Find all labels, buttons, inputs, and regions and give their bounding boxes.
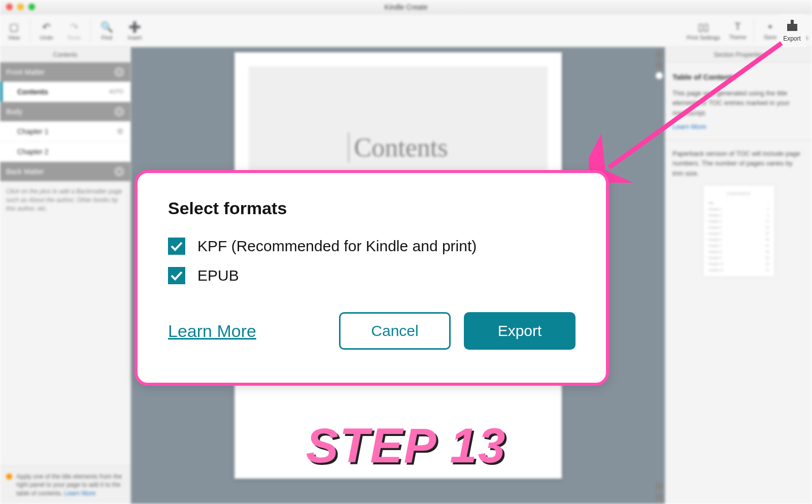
properties-panel: Section Properties Table of Contents Thi… bbox=[665, 47, 812, 504]
app-title: Kindle Create bbox=[385, 3, 428, 11]
redo-button[interactable]: ↷Redo bbox=[60, 14, 88, 47]
toc-thumbnail: CONTENTS TitleiChapter 11Chapter 25Chapt… bbox=[703, 185, 774, 277]
print-settings-button[interactable]: ▯▯Print Settings bbox=[683, 14, 724, 47]
sidebar-tip: Apply one of the title elements from the… bbox=[0, 466, 130, 504]
toc-title: Table of Contents bbox=[672, 72, 805, 83]
export-button[interactable]: Export bbox=[778, 14, 806, 47]
back-matter-section[interactable]: Back Matter+ bbox=[0, 162, 130, 181]
minimize-window-icon[interactable] bbox=[17, 4, 24, 10]
format-label-epub: EPUB bbox=[197, 267, 239, 284]
titlebar: Kindle Create bbox=[0, 0, 812, 14]
properties-header: Section Properties bbox=[665, 47, 812, 62]
undo-icon: ↶ bbox=[42, 21, 51, 33]
view-option-icon[interactable] bbox=[655, 50, 663, 58]
sidebar-item-chapter2[interactable]: Chapter 2 bbox=[0, 142, 130, 162]
redo-icon: ↷ bbox=[70, 21, 79, 33]
book-open-icon: ▯▯ bbox=[698, 21, 709, 33]
insert-button[interactable]: ➕Insert bbox=[121, 14, 149, 47]
svg-rect-1 bbox=[791, 20, 794, 25]
theme-button[interactable]: TTheme bbox=[724, 14, 752, 47]
toc-note: Paperback version of TOC will include pa… bbox=[672, 149, 805, 179]
search-icon: 🔍 bbox=[100, 21, 113, 33]
find-button[interactable]: 🔍Find bbox=[93, 14, 121, 47]
plus-icon[interactable]: + bbox=[114, 67, 124, 77]
close-window-icon[interactable] bbox=[6, 4, 13, 10]
toolbar: ▢View ↶Undo ↷Redo 🔍Find ➕Insert ▯▯Print … bbox=[0, 14, 812, 47]
plus-circle-icon: ➕ bbox=[128, 21, 141, 33]
dialog-learn-more-link[interactable]: Learn More bbox=[168, 321, 256, 341]
checkbox-kpf[interactable] bbox=[168, 238, 185, 255]
contents-panel-header: Contents bbox=[0, 47, 130, 62]
dialog-title: Select formats bbox=[168, 198, 576, 218]
view-option-icon[interactable] bbox=[655, 72, 663, 80]
warning-dot-icon bbox=[6, 474, 12, 480]
format-option-kpf[interactable]: KPF (Recommended for Kindle and print) bbox=[168, 238, 576, 255]
toc-learn-more-link[interactable]: Learn More bbox=[672, 122, 706, 132]
format-option-epub[interactable]: EPUB bbox=[168, 267, 576, 284]
plus-icon[interactable]: + bbox=[114, 107, 124, 117]
tip-learn-more-link[interactable]: Learn More bbox=[64, 490, 95, 497]
cancel-button[interactable]: Cancel bbox=[339, 312, 451, 350]
sidebar-item-contents[interactable]: ContentsAUTO bbox=[0, 82, 130, 102]
svg-rect-0 bbox=[787, 24, 797, 31]
export-icon bbox=[786, 20, 798, 33]
export-confirm-button[interactable]: Export bbox=[464, 312, 576, 350]
view-bottom-icon[interactable] bbox=[655, 493, 663, 501]
export-dialog: Select formats KPF (Recommended for Kind… bbox=[134, 170, 609, 386]
view-button[interactable]: ▢View bbox=[0, 14, 28, 47]
view-toggle-strip[interactable] bbox=[654, 47, 665, 80]
maximize-window-icon[interactable] bbox=[28, 4, 35, 10]
contents-panel: Contents Front Matter+ ContentsAUTO Body… bbox=[0, 47, 131, 504]
page-title: Contents bbox=[348, 132, 448, 162]
checkbox-epub[interactable] bbox=[168, 267, 185, 284]
view-bottom-icon[interactable] bbox=[655, 482, 663, 490]
format-label-kpf: KPF (Recommended for Kindle and print) bbox=[197, 238, 477, 255]
view-icon: ▢ bbox=[9, 21, 19, 33]
save-icon: ▪ bbox=[768, 21, 772, 32]
view-option-icon[interactable] bbox=[655, 61, 663, 69]
front-matter-section[interactable]: Front Matter+ bbox=[0, 62, 130, 82]
step-label: STEP 13 bbox=[306, 418, 506, 474]
toc-description: This page was generated using the title … bbox=[672, 88, 805, 118]
theme-icon: T bbox=[734, 21, 740, 32]
sidebar-item-chapter1[interactable]: Chapter 1⚙ bbox=[0, 121, 130, 142]
undo-button[interactable]: ↶Undo bbox=[32, 14, 60, 47]
plus-icon[interactable]: + bbox=[114, 166, 124, 177]
backmatter-hint: Click on the plus to add a Backmatter pa… bbox=[0, 181, 130, 219]
gear-icon[interactable]: ⚙ bbox=[117, 127, 123, 136]
window-controls[interactable] bbox=[6, 4, 35, 10]
body-section[interactable]: Body+ bbox=[0, 102, 130, 121]
